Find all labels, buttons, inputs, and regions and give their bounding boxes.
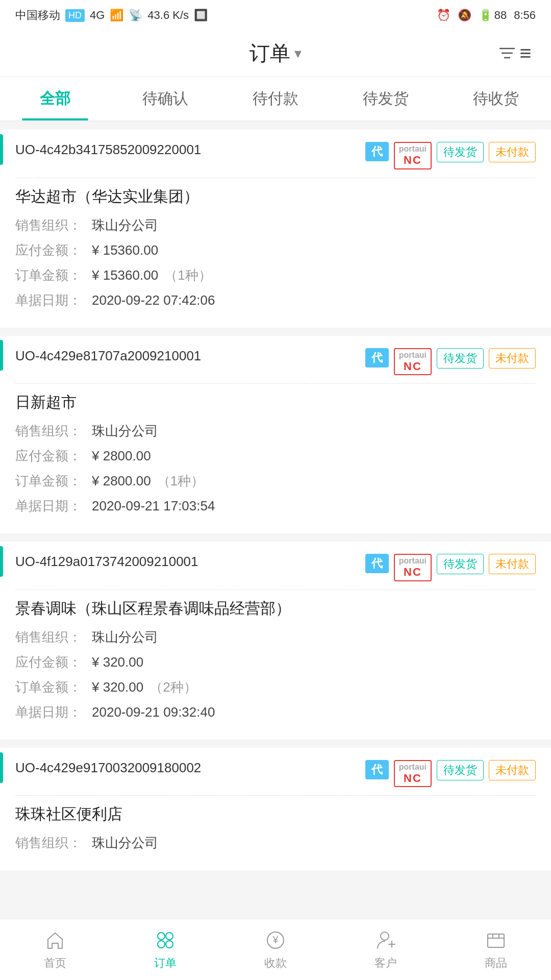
status-bar: 中国移动 HD 4G 📶 📡 43.6 K/s 🔲 ⏰ 🔕 🔋 88 8:56 — [0, 0, 551, 31]
payable-row: 应付金额： ¥ 320.00 — [15, 652, 536, 672]
sales-org-row: 销售组织： 珠山分公司 — [15, 421, 536, 441]
svg-rect-2 — [520, 56, 531, 58]
order-header: UO-4c42b34175852009220001 代 portaui NC 待… — [0, 130, 551, 169]
sales-org-value: 珠山分公司 — [92, 215, 158, 235]
tab-pending-confirm[interactable]: 待确认 — [110, 77, 220, 120]
filter-button[interactable] — [498, 44, 533, 63]
tab-pending-pay[interactable]: 待付款 — [220, 77, 331, 120]
badge-status: 待发货 — [437, 760, 484, 780]
list-icon — [518, 46, 533, 61]
goods-label: 商品 — [485, 955, 507, 971]
badge-pay: 未付款 — [489, 554, 536, 574]
order-amount-value: ¥ 2800.00 — [92, 471, 151, 491]
network-label: 4G — [90, 9, 105, 22]
badge-dai: 代 — [365, 760, 389, 779]
order-date-label: 单据日期： — [15, 290, 92, 310]
speed-label: 43.6 K/s — [147, 9, 189, 22]
order-id: UO-4f129a0173742009210001 — [15, 554, 357, 570]
order-date-row: 单据日期： 2020-09-21 09:32:40 — [15, 702, 536, 722]
badge-pay: 未付款 — [489, 348, 536, 369]
payable-value: ¥ 2800.00 — [92, 446, 151, 466]
order-badges: 代 portaui NC 待发货 未付款 — [365, 142, 536, 169]
order-header: UO-4c429e81707a2009210001 代 portaui NC 待… — [0, 336, 551, 376]
sales-org-row: 销售组织： 珠山分公司 — [15, 215, 536, 235]
tab-pending-receive[interactable]: 待收货 — [441, 77, 551, 120]
badge-dai: 代 — [365, 348, 389, 368]
payment-icon: ¥ — [264, 929, 287, 951]
order-date-value: 2020-09-22 07:42:06 — [92, 290, 215, 310]
extra-icon: 🔲 — [194, 9, 208, 22]
svg-point-6 — [166, 941, 173, 948]
badge-status: 待发货 — [437, 142, 484, 162]
bottom-nav-home[interactable]: 首页 — [0, 919, 110, 980]
order-date-row: 单据日期： 2020-09-22 07:42:06 — [15, 290, 536, 310]
payable-label: 应付金额： — [15, 446, 92, 466]
customer-name: 珠珠社区便利店 — [15, 804, 536, 825]
bottom-nav-payment[interactable]: ¥ 收款 — [220, 919, 331, 980]
badge-status: 待发货 — [437, 348, 484, 369]
sales-org-row: 销售组织： 珠山分公司 — [15, 627, 536, 647]
filter-icon — [498, 44, 516, 63]
tab-pending-ship[interactable]: 待发货 — [331, 77, 441, 120]
order-date-value: 2020-09-21 09:32:40 — [92, 702, 215, 722]
battery-icon: 🔋 — [479, 9, 492, 22]
order-id: UO-4c429e81707a2009210001 — [15, 348, 357, 364]
order-amount-row: 订单金额： ¥ 2800.00 （1种） — [15, 471, 536, 491]
order-amount-label: 订单金额： — [15, 677, 92, 697]
svg-point-5 — [158, 941, 165, 948]
sales-org-label: 销售组织： — [15, 627, 92, 647]
badge-nc: portaui NC — [394, 348, 432, 376]
order-card[interactable]: UO-4c42b34175852009220001 代 portaui NC 待… — [0, 130, 551, 328]
order-badges: 代 portaui NC 待发货 未付款 — [365, 760, 536, 788]
bottom-nav-orders[interactable]: 订单 — [110, 919, 220, 980]
order-badges: 代 portaui NC 待发货 未付款 — [365, 554, 536, 581]
order-date-row: 单据日期： 2020-09-21 17:03:54 — [15, 496, 536, 516]
order-amount-value: ¥ 320.00 — [92, 677, 143, 697]
badge-nc: portaui NC — [394, 760, 432, 788]
customers-label: 客户 — [374, 955, 397, 971]
order-date-label: 单据日期： — [15, 702, 92, 722]
order-amount-value: ¥ 15360.00 — [92, 265, 158, 285]
order-list: UO-4c42b34175852009220001 代 portaui NC 待… — [0, 121, 551, 948]
bottom-nav-goods[interactable]: 商品 — [441, 919, 551, 980]
payment-label: 收款 — [264, 955, 287, 971]
tab-all[interactable]: 全部 — [0, 77, 110, 120]
payable-value: ¥ 15360.00 — [92, 240, 158, 260]
bottom-nav-customers[interactable]: 客户 — [331, 919, 441, 980]
order-spec-value: （2种） — [149, 677, 196, 697]
goods-icon — [485, 929, 507, 951]
page-title-text: 订单 — [249, 39, 290, 67]
home-label: 首页 — [44, 955, 66, 971]
sales-org-value: 珠山分公司 — [92, 833, 158, 853]
badge-status: 待发货 — [437, 554, 484, 574]
side-indicator — [0, 752, 3, 783]
payable-label: 应付金额： — [15, 240, 92, 260]
order-id: UO-4c429e9170032009180002 — [15, 760, 357, 776]
order-amount-row: 订单金额： ¥ 320.00 （2种） — [15, 677, 536, 697]
signal-icon: 📶 — [110, 9, 123, 22]
order-body: 日新超市 销售组织： 珠山分公司 应付金额： ¥ 2800.00 订单金额： ¥… — [0, 384, 551, 533]
svg-rect-1 — [520, 53, 531, 54]
badge-dai: 代 — [365, 554, 389, 573]
badge-nc: portaui NC — [394, 554, 432, 581]
sales-org-row: 销售组织： 珠山分公司 — [15, 833, 536, 853]
order-card[interactable]: UO-4c429e9170032009180002 代 portaui NC 待… — [0, 748, 551, 871]
payable-row: 应付金额： ¥ 15360.00 — [15, 240, 536, 260]
badge-pay: 未付款 — [489, 142, 536, 162]
order-card[interactable]: UO-4f129a0173742009210001 代 portaui NC 待… — [0, 542, 551, 740]
bottom-nav: 首页 订单 ¥ 收款 客户 商品 — [0, 919, 551, 980]
sales-org-value: 珠山分公司 — [92, 421, 158, 441]
time-label: 8:56 — [514, 9, 536, 22]
customers-icon — [374, 929, 397, 951]
status-right: ⏰ 🔕 🔋 88 8:56 — [437, 9, 536, 22]
order-id: UO-4c42b34175852009220001 — [15, 142, 357, 158]
order-card[interactable]: UO-4c429e81707a2009210001 代 portaui NC 待… — [0, 336, 551, 534]
page-title: 订单 ▾ — [249, 39, 302, 67]
top-nav: 订单 ▾ — [0, 31, 551, 77]
battery-label: 🔋 88 — [479, 9, 507, 22]
svg-text:¥: ¥ — [272, 934, 279, 945]
order-badges: 代 portaui NC 待发货 未付款 — [365, 348, 536, 376]
sales-org-label: 销售组织： — [15, 833, 92, 853]
home-icon — [44, 929, 66, 951]
customer-name: 华达超市（华达实业集团） — [15, 186, 536, 207]
